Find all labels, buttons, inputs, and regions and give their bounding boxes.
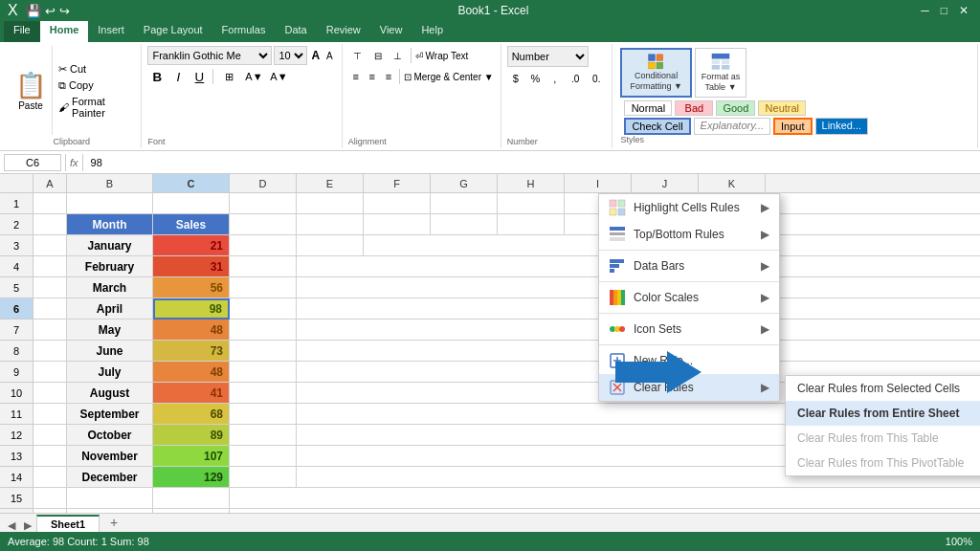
cell-b4[interactable]: February — [67, 256, 153, 277]
cut-button[interactable]: ✂ Cut — [56, 62, 133, 77]
style-good[interactable]: Good — [716, 100, 755, 116]
cell-f2[interactable] — [364, 214, 431, 235]
cell-c4[interactable]: 31 — [153, 256, 230, 277]
cell-reference-box[interactable] — [4, 154, 61, 171]
decrease-decimal-btn[interactable]: .0 — [566, 69, 585, 88]
col-header-h[interactable]: H — [498, 174, 565, 192]
copy-button[interactable]: ⧉ Copy — [56, 78, 133, 93]
wrap-text-button[interactable]: ⏎ Wrap Text — [414, 46, 469, 65]
submenu-item-clear-sheet[interactable]: Clear Rules from Entire Sheet — [786, 401, 980, 426]
tab-home[interactable]: Home — [40, 21, 89, 42]
col-header-b[interactable]: B — [67, 174, 153, 192]
col-header-k[interactable]: K — [699, 174, 766, 192]
cell-a1[interactable] — [33, 193, 67, 214]
cell-b12[interactable]: October — [67, 425, 153, 446]
redo-quick-btn[interactable]: ↪ — [59, 4, 70, 18]
cell-d1[interactable] — [230, 193, 297, 214]
cell-b3[interactable]: January — [67, 235, 153, 256]
tab-page-layout[interactable]: Page Layout — [134, 21, 212, 42]
right-align-button[interactable]: ≡ — [381, 67, 396, 86]
font-shrink-button[interactable]: A — [323, 46, 336, 65]
style-explanatory[interactable]: Explanatory... — [694, 118, 770, 135]
cell-c13[interactable]: 107 — [153, 446, 230, 467]
bold-button[interactable]: B — [147, 67, 167, 86]
cell-b9[interactable]: July — [67, 362, 153, 383]
cell-c8[interactable]: 73 — [153, 341, 230, 362]
paste-button[interactable]: 📋 Paste — [10, 46, 53, 135]
currency-btn[interactable]: $ — [507, 69, 524, 88]
sheet-nav-right[interactable]: ▶ — [20, 519, 35, 532]
number-format-select[interactable]: Number — [507, 46, 589, 67]
formula-input[interactable] — [87, 154, 976, 171]
row-header-15[interactable]: 15 — [0, 488, 33, 509]
menu-item-top-bottom[interactable]: Top/Bottom Rules ▶ — [599, 221, 779, 248]
row-header-3[interactable]: 3 — [0, 235, 33, 256]
save-quick-btn[interactable]: 💾 — [26, 4, 41, 18]
cf-button[interactable]: ConditionalFormatting ▼ — [620, 48, 691, 98]
tab-view[interactable]: View — [370, 21, 412, 42]
format-as-table-button[interactable]: Format asTable ▼ — [695, 48, 747, 98]
tab-file[interactable]: File — [4, 21, 40, 42]
cell-c2-sales-header[interactable]: Sales — [153, 214, 230, 235]
row-header-9[interactable]: 9 — [0, 362, 33, 383]
row-header-13[interactable]: 13 — [0, 446, 33, 467]
tab-insert[interactable]: Insert — [88, 21, 134, 42]
cell-b6[interactable]: April — [67, 298, 153, 320]
cell-d2[interactable] — [230, 214, 297, 235]
font-size-select[interactable]: 10 — [274, 46, 307, 65]
row-header-7[interactable]: 7 — [0, 320, 33, 341]
row-header-14[interactable]: 14 — [0, 467, 33, 488]
cell-e1[interactable] — [297, 193, 364, 214]
style-neutral[interactable]: Neutral — [758, 100, 806, 116]
style-input[interactable]: Input — [773, 118, 812, 135]
fill-color-button[interactable]: A▼ — [242, 67, 265, 86]
undo-quick-btn[interactable]: ↩ — [45, 4, 56, 18]
cell-c1[interactable] — [153, 193, 230, 214]
tab-formulas[interactable]: Formulas — [212, 21, 276, 42]
style-normal[interactable]: Normal — [624, 100, 672, 116]
tab-review[interactable]: Review — [317, 21, 370, 42]
window-close-icon[interactable]: ✕ — [959, 4, 969, 17]
row-header-12[interactable]: 12 — [0, 425, 33, 446]
sheet-nav-left[interactable]: ◀ — [4, 519, 19, 532]
style-check-cell[interactable]: Check Cell — [624, 118, 690, 135]
window-maximize-icon[interactable]: □ — [941, 4, 947, 17]
col-header-c[interactable]: C — [153, 174, 230, 192]
align-top-button[interactable]: ⊤ — [348, 46, 368, 65]
cell-b10[interactable]: August — [67, 383, 153, 404]
cell-c11[interactable]: 68 — [153, 404, 230, 425]
tab-data[interactable]: Data — [275, 21, 316, 42]
window-minimize-icon[interactable]: ─ — [921, 4, 929, 17]
italic-button[interactable]: I — [168, 67, 188, 86]
cell-c6-selected[interactable]: 98 — [153, 298, 230, 320]
cell-b11[interactable]: September — [67, 404, 153, 425]
cell-c12[interactable]: 89 — [153, 425, 230, 446]
cell-c10[interactable]: 41 — [153, 383, 230, 404]
left-align-button[interactable]: ≡ — [348, 67, 364, 86]
comma-btn[interactable]: , — [546, 69, 564, 88]
row-header-10[interactable]: 10 — [0, 383, 33, 404]
cell-h2[interactable] — [498, 214, 565, 235]
row-header-16[interactable]: 16 — [0, 509, 33, 513]
cell-f1[interactable] — [364, 193, 431, 214]
cell-b8[interactable]: June — [67, 341, 153, 362]
cell-g1[interactable] — [431, 193, 498, 214]
row-header-2[interactable]: 2 — [0, 214, 33, 235]
cell-a2[interactable] — [33, 214, 67, 235]
row-header-8[interactable]: 8 — [0, 341, 33, 362]
font-color-button[interactable]: A▼ — [267, 67, 290, 86]
style-linked[interactable]: Linked... — [815, 118, 869, 135]
menu-item-data-bars[interactable]: Data Bars ▶ — [599, 253, 779, 279]
border-button[interactable]: ⊞ — [217, 67, 240, 86]
col-header-f[interactable]: F — [364, 174, 431, 192]
col-header-a[interactable]: A — [33, 174, 67, 192]
row-header-5[interactable]: 5 — [0, 277, 33, 298]
cell-g2[interactable] — [431, 214, 498, 235]
align-middle-button[interactable]: ⊟ — [368, 46, 388, 65]
percent-btn[interactable]: % — [526, 69, 544, 88]
merge-center-button[interactable]: ⊡ Merge & Center ▼ — [403, 67, 495, 86]
cell-e2[interactable] — [297, 214, 364, 235]
menu-item-icon-sets[interactable]: Icon Sets ▶ — [599, 316, 779, 342]
cell-c5[interactable]: 56 — [153, 277, 230, 298]
tab-help[interactable]: Help — [412, 21, 453, 42]
